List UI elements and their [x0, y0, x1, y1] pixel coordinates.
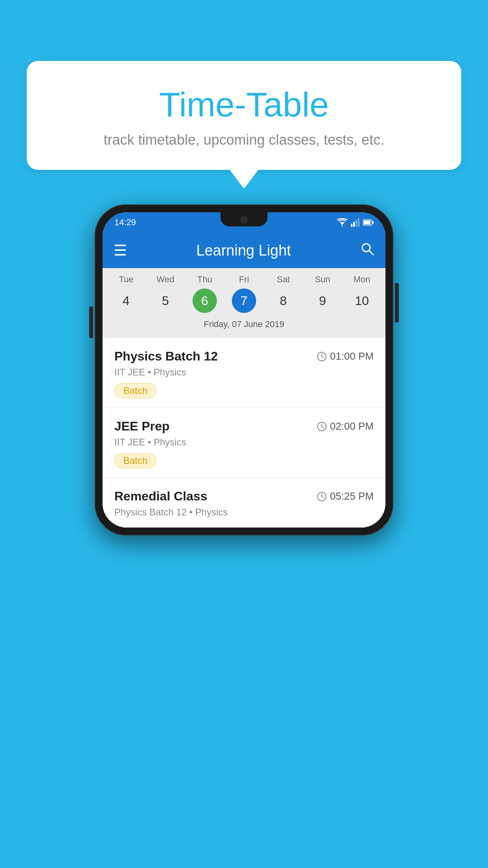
day-name-tue: Tue: [119, 274, 133, 285]
clock-icon-2: [317, 421, 327, 432]
svg-rect-4: [358, 218, 360, 227]
item-title-1: Physics Batch 12: [114, 349, 218, 364]
item-subtitle-3: Physics Batch 12 • Physics: [114, 507, 374, 518]
svg-line-9: [369, 251, 373, 255]
item-title-2: JEE Prep: [114, 419, 170, 434]
svg-line-15: [322, 427, 324, 428]
svg-rect-3: [356, 220, 357, 227]
menu-icon[interactable]: ☰: [114, 243, 127, 258]
camera: [240, 216, 248, 223]
signal-icon: [351, 218, 360, 227]
status-time: 14:29: [114, 217, 136, 228]
clock-icon-1: [317, 351, 327, 362]
item-subtitle-2: IIT JEE • Physics: [114, 437, 374, 448]
item-time-3: 05:25 PM: [317, 490, 374, 502]
wifi-icon: [337, 218, 348, 227]
day-name-thu: Thu: [197, 274, 212, 285]
schedule-item-2[interactable]: JEE Prep 02:00 PM IIT JEE • Physics Batc…: [103, 408, 385, 478]
svg-line-18: [322, 497, 324, 498]
day-col-thu[interactable]: Thu 6: [187, 274, 222, 313]
svg-rect-7: [363, 221, 371, 224]
phone-outer: 14:29: [95, 204, 393, 535]
days-row: Tue 4 Wed 5 Thu 6 Fri 7: [103, 274, 385, 313]
status-icons: [337, 218, 374, 227]
day-col-mon[interactable]: Mon 10: [345, 274, 379, 313]
bubble-subtitle: track timetable, upcoming classes, tests…: [46, 132, 442, 148]
day-col-sun[interactable]: Sun 9: [305, 274, 340, 313]
item-title-3: Remedial Class: [114, 489, 207, 504]
svg-rect-6: [372, 221, 374, 224]
schedule-list: Physics Batch 12 01:00 PM IIT JEE • Phys…: [103, 338, 385, 528]
svg-rect-1: [351, 224, 352, 227]
selected-date-label: Friday, 07 June 2019: [103, 316, 385, 334]
item-subtitle-1: IIT JEE • Physics: [114, 367, 374, 378]
schedule-item-1[interactable]: Physics Batch 12 01:00 PM IIT JEE • Phys…: [103, 338, 385, 408]
app-title: Learning Light: [136, 242, 351, 259]
phone-screen: 14:29: [103, 212, 385, 528]
item-header-2: JEE Prep 02:00 PM: [114, 419, 374, 434]
svg-rect-2: [353, 222, 355, 227]
battery-icon: [363, 219, 374, 226]
day-number-sat: 8: [271, 289, 295, 313]
speech-bubble-card: Time-Table track timetable, upcoming cla…: [27, 61, 461, 170]
day-col-wed[interactable]: Wed 5: [148, 274, 183, 313]
item-header-3: Remedial Class 05:25 PM: [114, 489, 374, 504]
calendar-strip: Tue 4 Wed 5 Thu 6 Fri 7: [103, 268, 385, 338]
day-number-fri: 7: [232, 289, 256, 313]
day-col-sat[interactable]: Sat 8: [266, 274, 301, 313]
schedule-item-3[interactable]: Remedial Class 05:25 PM Physics Batch 12…: [103, 478, 385, 528]
day-col-tue[interactable]: Tue 4: [109, 274, 143, 313]
notch: [220, 212, 268, 226]
item-time-2: 02:00 PM: [317, 420, 374, 432]
day-number-thu: 6: [193, 289, 217, 313]
day-name-sat: Sat: [277, 274, 290, 285]
day-number-mon: 10: [350, 289, 374, 313]
app-bar: ☰ Learning Light: [103, 233, 385, 268]
item-time-1: 01:00 PM: [317, 350, 374, 362]
day-number-tue: 4: [114, 289, 138, 313]
day-col-fri[interactable]: Fri 7: [227, 274, 261, 313]
day-number-sun: 9: [310, 289, 335, 313]
day-number-wed: 5: [153, 289, 178, 313]
day-name-mon: Mon: [354, 274, 371, 285]
day-name-sun: Sun: [315, 274, 330, 285]
clock-icon-3: [317, 491, 327, 502]
search-icon[interactable]: [360, 242, 374, 259]
bubble-title: Time-Table: [46, 85, 442, 125]
day-name-fri: Fri: [239, 274, 249, 285]
batch-tag-1: Batch: [114, 383, 156, 398]
svg-line-12: [322, 357, 324, 358]
day-name-wed: Wed: [157, 274, 174, 285]
svg-marker-0: [340, 222, 345, 225]
batch-tag-2: Batch: [114, 453, 156, 468]
phone-mockup: 14:29: [95, 204, 393, 535]
item-header-1: Physics Batch 12 01:00 PM: [114, 349, 374, 364]
